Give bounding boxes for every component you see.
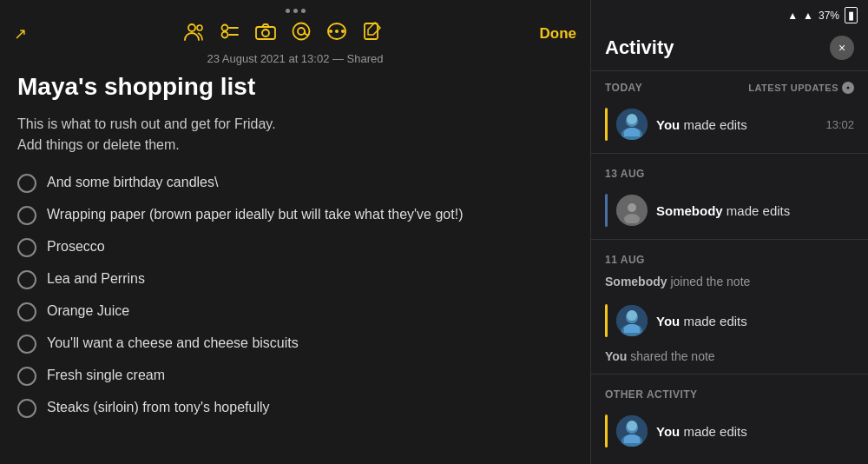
avatar-somebody-aug13 [616, 195, 648, 226]
note-description: This is what to rush out and get for Fri… [17, 114, 573, 156]
note-metadata: 23 August 2021 at 13:02 — Shared [0, 50, 590, 72]
more-icon[interactable] [326, 22, 347, 45]
activity-panel: ▲ ▲ 37% ▮ Activity × TODAY LATEST UPDATE… [590, 0, 868, 464]
activity-item-aug13-somebody: Somebody made edits [591, 185, 868, 235]
activity-item-aug11-you: You made edits [591, 295, 868, 346]
activity-title: Activity [605, 36, 674, 59]
checkbox-1[interactable] [17, 174, 36, 193]
svg-point-21 [628, 203, 636, 212]
activity-scroll[interactable]: TODAY LATEST UPDATES [591, 71, 868, 464]
avatar-you-other [616, 415, 648, 447]
aug11-section-header: 11 AUG [591, 243, 868, 271]
svg-point-2 [222, 25, 228, 31]
list-item: Wrapping paper (brown paper ideally but … [17, 205, 573, 225]
svg-point-0 [188, 24, 195, 31]
list-item: Orange Juice [17, 302, 573, 321]
note-title: Maya's shopping list [17, 72, 573, 102]
signal-icon: ▲ [787, 10, 798, 22]
svg-point-16 [847, 87, 850, 89]
toolbar: ↗ [0, 17, 590, 50]
svg-point-8 [293, 23, 310, 40]
toolbar-left: ↗ [14, 24, 27, 43]
wifi-icon: ▲ [803, 10, 813, 22]
list-item: Fresh single cream [17, 366, 573, 386]
divider-3 [591, 374, 868, 375]
aug13-label: 13 AUG [605, 168, 645, 180]
activity-text-other-you: You made edits [656, 424, 854, 439]
activity-bar-blue [605, 194, 608, 227]
item-text-3: Prosecco [47, 237, 105, 256]
dot-1 [286, 9, 290, 13]
list-item: You'll want a cheese and cheese biscuits [17, 334, 573, 354]
compose-icon[interactable] [363, 22, 382, 45]
battery-icon: ▮ [845, 7, 858, 23]
activity-simple-joined: Somebody joined the note [591, 271, 868, 295]
activity-text-today-you: You made edits [656, 117, 817, 132]
item-text-1: And some birthday candles\ [47, 173, 218, 192]
svg-rect-6 [256, 27, 275, 39]
checklist-icon[interactable] [220, 22, 240, 45]
svg-point-9 [298, 28, 305, 35]
latest-updates-dot [842, 82, 854, 94]
aug13-section-header: 13 AUG [591, 157, 868, 185]
activity-time-today: 13:02 [825, 118, 854, 131]
activity-item-today-you: You made edits 13:02 [591, 99, 868, 149]
activity-header: Activity × [591, 27, 868, 71]
list-item: Steaks (sirloin) from tony's hopefully [17, 398, 573, 418]
at-icon[interactable] [292, 22, 311, 45]
aug11-label: 11 AUG [605, 254, 645, 266]
activity-item-other-you: You made edits [591, 406, 868, 456]
activity-bar-yellow-aug11 [605, 304, 608, 337]
battery-percentage: 37% [819, 10, 839, 22]
svg-point-7 [262, 30, 269, 36]
svg-point-27 [626, 421, 638, 434]
activity-text-aug13: Somebody made edits [656, 203, 854, 218]
latest-updates[interactable]: LATEST UPDATES [748, 82, 854, 94]
today-label: TODAY [605, 82, 642, 94]
other-label: OTHER ACTIVITY [605, 388, 698, 401]
checkbox-3[interactable] [17, 238, 36, 257]
dot-2 [293, 9, 298, 13]
expand-icon[interactable]: ↗ [14, 24, 27, 43]
top-dots [0, 0, 590, 17]
done-button[interactable]: Done [540, 25, 577, 43]
item-text-4: Lea and Perrins [47, 269, 145, 288]
item-text-6: You'll want a cheese and cheese biscuits [47, 334, 299, 353]
svg-point-18 [626, 115, 638, 127]
svg-point-24 [626, 311, 638, 323]
list-item: Lea and Perrins [17, 269, 573, 289]
checkbox-2[interactable] [17, 206, 36, 225]
divider-2 [591, 239, 868, 240]
activity-bar-yellow-other [605, 414, 608, 447]
activity-bar-yellow [605, 108, 608, 141]
activity-simple-shared: You shared the note [591, 346, 868, 370]
item-text-2: Wrapping paper (brown paper ideally but … [47, 205, 463, 224]
checklist: And some birthday candles\ Wrapping pape… [17, 173, 573, 418]
svg-point-4 [222, 32, 228, 38]
close-button[interactable]: × [830, 36, 854, 60]
status-bar: ▲ ▲ 37% ▮ [591, 0, 868, 27]
latest-updates-label: LATEST UPDATES [748, 83, 838, 93]
toolbar-icons [184, 22, 382, 45]
item-text-5: Orange Juice [47, 302, 129, 321]
status-bar-icons: ▲ ▲ 37% ▮ [787, 7, 858, 23]
item-text-7: Fresh single cream [47, 366, 165, 385]
checkbox-6[interactable] [17, 335, 36, 354]
today-section-header: TODAY LATEST UPDATES [591, 71, 868, 99]
item-text-8: Steaks (sirloin) from tony's hopefully [47, 398, 269, 417]
list-item: Prosecco [17, 237, 573, 257]
people-icon[interactable] [184, 22, 205, 45]
activity-text-aug11-you: You made edits [656, 314, 854, 328]
svg-point-12 [341, 30, 345, 33]
dot-3 [301, 9, 306, 13]
note-content: Maya's shopping list This is what to rus… [0, 72, 590, 464]
checkbox-7[interactable] [17, 367, 36, 386]
checkbox-8[interactable] [17, 399, 36, 418]
list-item: And some birthday candles\ [17, 173, 573, 193]
checkbox-4[interactable] [17, 270, 36, 289]
checkbox-5[interactable] [17, 302, 36, 321]
svg-point-10 [329, 30, 332, 33]
avatar-you-aug11 [616, 305, 648, 336]
camera-icon[interactable] [255, 23, 276, 44]
divider-1 [591, 153, 868, 154]
